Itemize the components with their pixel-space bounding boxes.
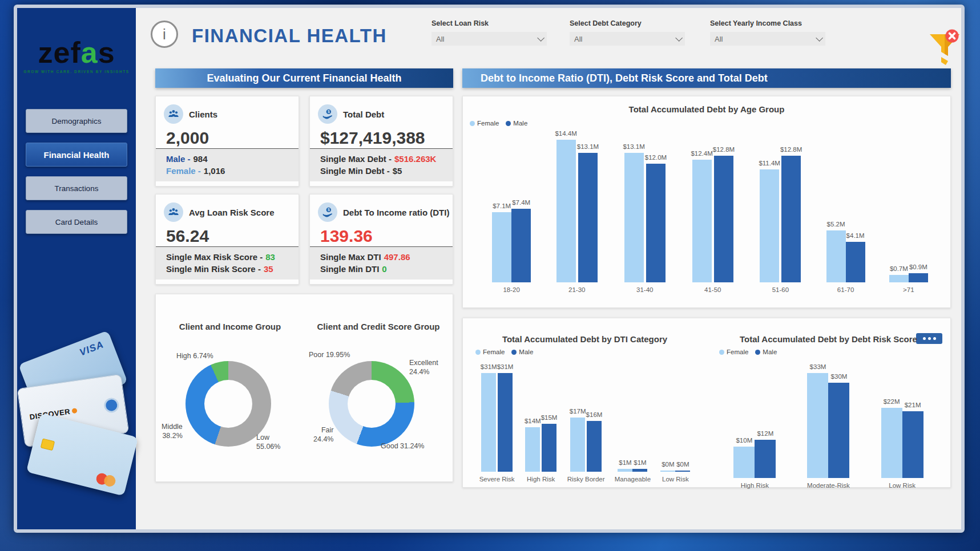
sidebar-item-transactions[interactable]: Transactions <box>26 176 127 200</box>
age-group-bar-chart: $7.1M$7.4M18-20$14.4M$13.1M21-30$13.1M$1… <box>480 130 940 294</box>
bar-group: $0.7M$0.9M>71 <box>889 264 928 294</box>
bar[interactable] <box>755 440 776 478</box>
sidebar-item-financial-health[interactable]: Financial Health <box>26 143 127 167</box>
bar[interactable] <box>902 411 923 478</box>
bar[interactable] <box>714 156 733 282</box>
bar[interactable] <box>492 212 511 282</box>
bar[interactable] <box>511 209 531 282</box>
male-dot-icon <box>511 350 517 355</box>
category-label: Low Risk <box>889 482 916 490</box>
info-icon[interactable]: i <box>151 21 178 48</box>
category-label: 61-70 <box>837 286 854 294</box>
bar[interactable] <box>909 273 928 282</box>
chart-legend: Female Male <box>470 120 950 127</box>
money-hand-icon: $ <box>318 104 337 124</box>
bar[interactable] <box>881 408 902 478</box>
bar[interactable] <box>826 230 846 282</box>
bar[interactable] <box>632 469 647 472</box>
chevron-down-icon <box>816 34 823 42</box>
age-group-chart-card: Total Accumulated Debt by Age Group Fema… <box>462 96 951 308</box>
bar-group: $31M$31MSevere Risk <box>479 363 515 484</box>
bar-value-label: $7.4M <box>512 199 530 207</box>
debt-category-dropdown[interactable]: All <box>570 32 685 46</box>
legend-male[interactable]: Male <box>506 120 527 127</box>
right-column: Total Accumulated Debt by Age Group Fema… <box>462 96 951 488</box>
legend-male[interactable]: Male <box>755 349 777 355</box>
bar[interactable] <box>525 427 540 472</box>
clear-filter-funnel-icon[interactable] <box>928 29 961 66</box>
bar[interactable] <box>556 140 576 282</box>
bar[interactable] <box>828 383 849 479</box>
bar-value-label: $0.7M <box>890 265 908 273</box>
legend-female[interactable]: Female <box>719 349 748 355</box>
bar-value-label: $13.1M <box>577 143 599 151</box>
bar[interactable] <box>692 160 712 282</box>
bar[interactable] <box>498 373 513 472</box>
bar[interactable] <box>781 156 801 282</box>
kpi-grid: Clients 2,000 Male -984 Female -1,016 <box>155 96 453 285</box>
bar-value-label: $17M <box>570 408 586 416</box>
legend-male[interactable]: Male <box>511 349 533 355</box>
category-label: High Risk <box>741 482 769 490</box>
svg-text:$: $ <box>328 208 330 212</box>
bar[interactable] <box>760 169 779 282</box>
bar-value-label: $11.4M <box>759 160 780 168</box>
debt-category-filter: Select Debt Category All <box>570 19 685 46</box>
credit-score-donut-chart: Client and Credit Score Group Poor 19.95… <box>304 294 453 481</box>
loan-risk-filter-label: Select Loan Risk <box>431 19 547 27</box>
bar-value-label: $12.4M <box>691 150 712 158</box>
sidebar-item-card-details[interactable]: Card Details <box>26 210 127 234</box>
bar[interactable] <box>660 471 675 472</box>
yearly-income-dropdown[interactable]: All <box>710 32 825 46</box>
bar-group: $22M$21MLow Risk <box>881 398 923 490</box>
debt-risk-score-bar-chart: $10M$12MHigh Risk$33M$30MModerate-Risk$2… <box>718 363 939 490</box>
bar-value-label: $0.9M <box>909 264 927 272</box>
bar-value-label: $1M <box>634 459 646 467</box>
bottom-bar-charts-card: Total Accumulated Debt by DTI Category F… <box>462 318 951 488</box>
debt-risk-score-chart: Total Accumulated Debt by Debt Risk Scor… <box>707 318 950 487</box>
bar-value-label: $4.1M <box>846 232 865 240</box>
dti-category-bar-chart: $31M$31MSevere Risk$14M$15MHigh Risk$17M… <box>474 363 695 484</box>
category-label: 41-50 <box>704 286 721 294</box>
bar[interactable] <box>846 242 865 282</box>
loan-risk-dropdown[interactable]: All <box>431 32 547 46</box>
bar[interactable] <box>618 469 632 472</box>
kpi-value: 2,000 <box>156 128 299 148</box>
bar[interactable] <box>675 471 690 472</box>
yearly-income-filter-label: Select Yearly Income Class <box>710 19 825 27</box>
bar[interactable] <box>578 153 598 282</box>
bar[interactable] <box>624 153 644 282</box>
bar-value-label: $5.2M <box>827 221 845 229</box>
kpi-value: 139.36 <box>310 226 453 246</box>
bar[interactable] <box>542 424 556 472</box>
credit-score-donut[interactable] <box>329 361 414 447</box>
bar[interactable] <box>646 164 666 282</box>
female-dot-icon <box>719 350 724 355</box>
bar-group: $0M$0MLow Risk <box>660 461 690 484</box>
bar[interactable] <box>807 373 828 478</box>
bar[interactable] <box>570 418 585 472</box>
bar[interactable] <box>889 275 909 282</box>
bar[interactable] <box>587 421 602 472</box>
bar[interactable] <box>733 447 755 479</box>
category-label: Risky Border <box>567 476 605 484</box>
sidebar-item-demographics[interactable]: Demographics <box>26 109 127 133</box>
bar[interactable] <box>481 373 496 472</box>
kpi-details: Single Max DTI497.86 Single Min DTI0 <box>310 246 453 280</box>
legend-female[interactable]: Female <box>470 120 499 127</box>
kpi-label: Debt To Income ratio (DTI) <box>343 208 449 217</box>
kpi-value: 56.24 <box>156 226 299 246</box>
sidebar: zefas GROW WITH CARE. DRIVEN BY INSIGHTS… <box>17 8 136 529</box>
kpi-label: Clients <box>189 110 217 119</box>
category-label: Low Risk <box>662 476 689 484</box>
kpi-label: Avg Loan Risk Score <box>189 208 275 217</box>
chart-title: Client and Credit Score Group <box>304 322 453 331</box>
card-chip-icon <box>41 438 55 451</box>
legend-female[interactable]: Female <box>475 349 505 355</box>
header: i FINANCIAL HEALTH Select Loan Risk All … <box>145 11 952 68</box>
credit-cards-illustration: VISA DISCOVER <box>17 338 136 514</box>
kpi-details: Male -984 Female -1,016 <box>156 148 299 182</box>
chart-title: Total Accumulated Debt by DTI Category <box>463 334 707 344</box>
bar-value-label: $7.1M <box>493 202 511 210</box>
category-label: >71 <box>903 286 914 294</box>
